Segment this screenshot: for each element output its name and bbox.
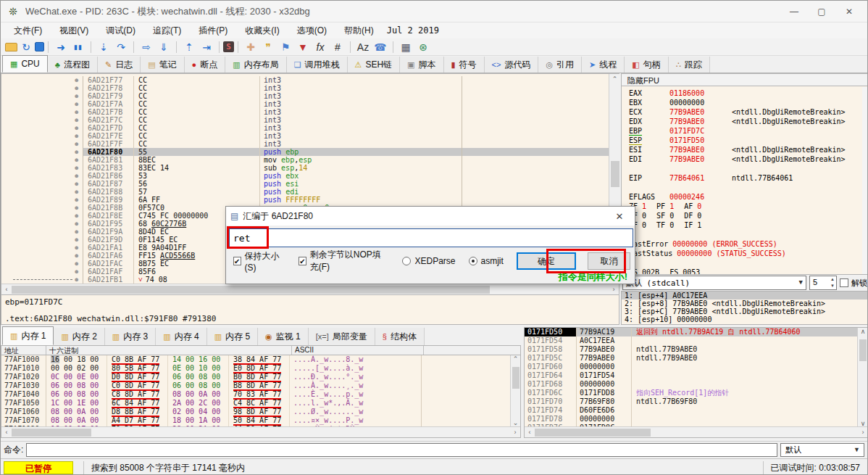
dump-row[interactable]: 77AF10501C 00 1E 006C 84 AF 772A 00 2C 0… (1, 399, 512, 408)
tab-memory-map[interactable]: ▥内存布局 (225, 57, 286, 73)
handset-icon[interactable]: ☎ (372, 40, 389, 54)
scroll-thumb[interactable] (859, 339, 867, 361)
menu-item[interactable]: 追踪(T) (144, 23, 190, 38)
breakpoint-dot[interactable]: ● (75, 92, 78, 100)
register-value[interactable]: 0171FD50 (669, 136, 732, 145)
disassembly-row[interactable]: ●6AD21F818BECmov ebp,esp (1, 156, 609, 164)
dump-vscrollbar[interactable]: ⌃ ⌄ (510, 355, 520, 426)
run-icon[interactable]: ➜ (52, 40, 70, 54)
scroll-thumb[interactable] (611, 161, 619, 187)
flag-pair[interactable]: FS 0053 (669, 268, 700, 275)
breakpoint-dot[interactable]: ● (75, 124, 78, 132)
fill-nop-checkbox[interactable]: ✔ (299, 257, 306, 265)
scroll-up-arrow[interactable]: ⌃ (511, 355, 520, 363)
breakpoint-dot[interactable]: ● (75, 116, 78, 124)
tab-threads[interactable]: ➤线程 (582, 57, 625, 73)
tab-memory-5[interactable]: ▥内存 5 (207, 328, 258, 345)
tab-symbols[interactable]: ▮符号 (444, 57, 485, 73)
tab-call-stack[interactable]: ❏调用堆栈 (287, 57, 348, 73)
breakpoint-dot[interactable]: ● (75, 76, 78, 84)
scroll-left-arrow[interactable]: ‹ (525, 429, 535, 436)
tab-log[interactable]: ✎日志 (98, 57, 141, 73)
flag-pair[interactable]: IF 1 (684, 220, 701, 230)
stack-hscrollbar[interactable]: ‹ › (525, 426, 868, 437)
register-value[interactable]: 77B9ABE0 (669, 117, 732, 126)
step-out-icon[interactable]: ⇡ (180, 40, 198, 54)
breakpoint-dot[interactable]: ● (75, 140, 78, 148)
breakpoint-dot[interactable]: ● (75, 212, 78, 220)
unlock-checkbox[interactable] (840, 278, 848, 287)
register-row[interactable]: EDI77B9ABE0<ntdll.DbgUiRemoteBreakin> (629, 154, 868, 164)
argument-row[interactable]: 2: [esp+8] 77B9ABE0 <ntdll.DbgUiRemoteBr… (622, 300, 868, 307)
dump-row[interactable]: 77AF103006 00 08 00C0 8D AF 7706 00 08 0… (1, 381, 512, 390)
disassembly-row[interactable]: ●6AD21F896A FFpush FFFFFFFF (1, 196, 609, 204)
calculator-icon[interactable]: ▦ (397, 40, 414, 54)
xedparse-radio[interactable] (402, 257, 411, 265)
breakpoint-dot[interactable]: ● (75, 220, 78, 228)
menu-item[interactable]: 文件(F) (5, 23, 51, 38)
breakpoint-dot[interactable]: ● (75, 108, 78, 116)
flag-value[interactable]: 1 (697, 221, 701, 229)
menu-item[interactable]: 插件(P) (190, 23, 236, 38)
register-value[interactable]: 00000000 (669, 98, 732, 107)
scroll-right-arrow[interactable]: › (510, 429, 520, 436)
flag-pair[interactable]: TF 0 (656, 220, 674, 230)
stack-row[interactable]: 0171FD6C0171FDD8指向SEH_Record[1]的指针 (525, 389, 858, 397)
register-row[interactable]: EAX01186000 (629, 88, 868, 98)
restart-icon[interactable]: ↻ (17, 40, 35, 54)
register-value[interactable]: 00000246 (669, 192, 732, 202)
breakpoint-dot[interactable]: ● (75, 156, 78, 164)
minimize-button[interactable]: — (782, 3, 806, 20)
register-row[interactable]: ESP0171FD50 (629, 136, 868, 145)
tab-memory-4[interactable]: ▥内存 4 (156, 328, 206, 345)
bookmarks-icon[interactable]: ▼ (294, 40, 312, 54)
calling-convention-select[interactable]: 默认 (stdcall)▼ (622, 276, 806, 290)
dump-row[interactable]: 77AF107008 00 0A 00A4 D7 AF 7718 00 1A 0… (1, 416, 512, 425)
menu-item[interactable]: 选项(O) (288, 23, 335, 38)
dump-row[interactable]: 77AF10200C 00 0E 00D0 8D AF 7706 00 08 0… (1, 373, 512, 381)
text-strings-icon[interactable]: Az (354, 40, 372, 54)
disassembly-row[interactable]: ●6AD21F7CCCint3 (1, 116, 609, 124)
run-to-user-code-icon[interactable]: ⇨ (138, 40, 155, 54)
argument-row[interactable]: 3: [esp+C] 77B9ABE0 <ntdll.DbgUiRemoteBr… (622, 307, 868, 315)
flag-pair[interactable]: PF 1 (656, 202, 674, 211)
breakpoint-dot[interactable]: ● (75, 204, 78, 212)
close-button[interactable]: ✕ (837, 3, 861, 20)
xedparse-radio-row[interactable]: XEDParse (402, 256, 455, 266)
dump-row[interactable]: 77AF104006 00 08 00C8 8D AF 7708 00 0A 0… (1, 390, 512, 399)
assemble-instruction-input[interactable] (229, 228, 633, 247)
comments-icon[interactable]: ❞ (259, 40, 277, 54)
stack-row[interactable]: 0171FD6000000000 (525, 363, 858, 371)
tab-graph[interactable]: ♣流程图 (48, 57, 98, 73)
dump-hscrollbar[interactable]: ‹ › (1, 426, 520, 437)
scroll-down-arrow[interactable]: ⌄ (511, 419, 520, 426)
step-over-icon[interactable]: ↷ (112, 40, 130, 54)
breakpoint-dot[interactable]: ● (75, 164, 78, 172)
register-row[interactable]: EIP77B64061ntdll.77B64061 (629, 173, 868, 183)
tab-struct[interactable]: §结构体 (375, 328, 425, 345)
step-into-icon[interactable]: ⇣ (95, 40, 112, 54)
asmjit-radio[interactable] (469, 257, 477, 265)
register-row[interactable]: ECX77B9ABE0<ntdll.DbgUiRemoteBreakin> (629, 107, 868, 117)
tab-script[interactable]: ▣脚本 (400, 57, 443, 73)
menu-item[interactable]: 收藏夹(I) (236, 23, 288, 38)
command-input[interactable] (26, 443, 777, 457)
flag-value[interactable]: 0 (697, 202, 701, 210)
disassembly-row[interactable]: ●6AD21F7BCCint3 (1, 108, 609, 116)
menu-item[interactable]: 帮助(H) (335, 23, 383, 38)
cancel-button[interactable]: 取消 (588, 252, 630, 270)
tab-watch-1[interactable]: ◉监视 1 (258, 328, 309, 345)
breakpoint-dot[interactable]: ● (75, 148, 78, 156)
keep-size-checkbox-row[interactable]: ✔保持大小(S) (233, 250, 284, 273)
tab-seh-chain[interactable]: ⚠SEH链 (348, 57, 401, 73)
stack-row[interactable]: 0171FD74D60FE6D6 (525, 406, 858, 415)
tab-memory-2[interactable]: ▥内存 2 (54, 328, 104, 345)
stepper-arrows-icon[interactable]: ▲▼ (830, 276, 835, 289)
tab-handles[interactable]: ◧句柄 (625, 57, 668, 73)
scroll-thumb[interactable] (512, 367, 519, 389)
dump-row[interactable]: 77AF106008 00 0A 00D8 8B AF 7702 00 04 0… (1, 408, 512, 416)
tab-cpu[interactable]: ▦CPU (2, 55, 48, 73)
breakpoint-dot[interactable]: ● (75, 188, 78, 196)
flag-pair[interactable]: DF 0 (684, 211, 701, 220)
disassembly-row[interactable]: ●6AD21F7ACCint3 (1, 100, 609, 108)
